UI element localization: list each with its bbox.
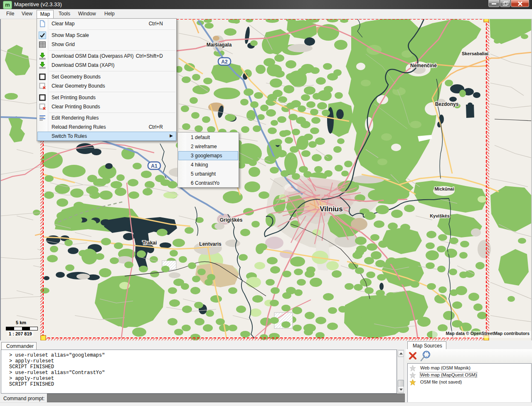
svg-text:Bezdonys: Bezdonys (435, 101, 459, 107)
svg-text:A2: A2 (221, 59, 228, 65)
svg-text:Trakai: Trakai (143, 240, 157, 246)
svg-text:Grigiškės: Grigiškės (220, 217, 243, 223)
svg-text:Maišiagala: Maišiagala (207, 42, 232, 48)
svg-text:Lentvaris: Lentvaris (199, 241, 222, 247)
svg-text:Skersabaliai: Skersabaliai (462, 51, 488, 56)
svg-text:Mickūnai: Mickūnai (434, 186, 454, 191)
svg-text:Vilnius: Vilnius (320, 205, 342, 213)
svg-text:A1: A1 (151, 163, 158, 169)
svg-text:Kyviškės: Kyviškės (430, 213, 450, 218)
svg-text:Nemenčinė: Nemenčinė (410, 63, 437, 68)
